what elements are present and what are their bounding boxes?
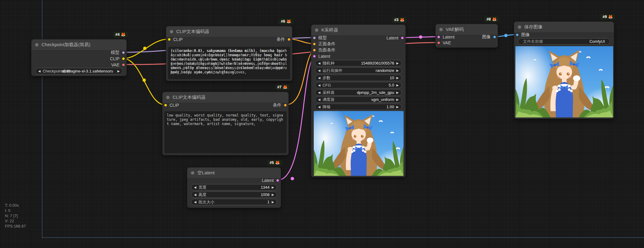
image-socket[interactable] (516, 33, 519, 36)
control-after-generate-widget[interactable]: ◀ 运行后操作 randomize ▶ (315, 67, 402, 74)
height-widget[interactable]: ◀ 高度 1008 ▶ (191, 191, 277, 198)
node-ksampler[interactable]: #3 🦊 K采样器 模型 正面条件 负面条件 Latent Latent ◀ 随… (311, 24, 406, 177)
prev-arrow-icon[interactable]: ◀ (318, 61, 320, 65)
node-save-image[interactable]: #9 🦊 保存图像 图像 文件名前缀 ComfyUI (514, 21, 614, 119)
input-slot-image[interactable]: 图像 (516, 32, 530, 38)
latent-socket[interactable] (437, 35, 440, 39)
prev-arrow-icon[interactable]: ◀ (194, 200, 196, 204)
input-slot-latent[interactable]: Latent (313, 53, 330, 59)
next-arrow-icon[interactable]: ▶ (396, 83, 399, 87)
positive-prompt-textarea[interactable]: (ciloranko:0.8), sakyumama (kedama milk)… (168, 47, 290, 79)
scheduler-widget[interactable]: ◀ 调度器 sgm_uniform ▶ (315, 96, 402, 103)
prompt-text-overlay: (ciloranko:0.8), sakyumama (kedama milk)… (171, 49, 288, 74)
batch-size-widget[interactable]: ◀ 批次大小 1 ▶ (191, 199, 277, 205)
node-clip-encode-positive[interactable]: #6 🦊 CLIP文本编码器 CLIP 条件 (ciloranko:0.8), … (166, 26, 292, 81)
node-header[interactable]: 空Latent (187, 168, 281, 179)
node-header[interactable]: VAE解码 (436, 24, 498, 35)
output-slot-vae[interactable]: VAE (111, 62, 125, 68)
sampler-name-widget[interactable]: ◀ 采样器 dpmpp_2m_sde_gpu ▶ (315, 89, 402, 96)
input-slot-vae[interactable]: VAE (437, 40, 451, 46)
next-arrow-icon[interactable]: ▶ (272, 200, 274, 204)
filename-prefix-widget[interactable]: 文件名前缀 ComfyUI (518, 38, 610, 45)
node-header[interactable]: CLIP文本编码器 (163, 92, 288, 103)
node-graph-canvas[interactable]: { "ui": { "badge_icon": "🦊" }, "colors":… (0, 0, 644, 248)
slot-label: VAE (443, 40, 451, 45)
node-clip-encode-negative[interactable]: #7 🦊 CLIP文本编码器 CLIP 条件 low quality, wors… (162, 92, 289, 155)
model-socket[interactable] (122, 51, 125, 54)
collapse-dot-icon[interactable] (35, 43, 38, 46)
conditioning-socket[interactable] (284, 104, 287, 107)
prev-arrow-icon[interactable]: ◀ (38, 69, 41, 73)
clip-socket[interactable] (122, 57, 125, 60)
collapse-dot-icon[interactable] (315, 28, 318, 32)
node-header[interactable]: K采样器 (311, 25, 405, 36)
next-arrow-icon[interactable]: ▶ (396, 98, 399, 101)
collapse-dot-icon[interactable] (518, 25, 521, 29)
widget-value: dpmpp_2m_sde_gpu (357, 90, 394, 95)
vae-socket[interactable] (122, 63, 125, 66)
conditioning-socket[interactable] (313, 43, 316, 46)
node-header[interactable]: Checkpoint加载器(简易) (31, 39, 126, 50)
collapse-dot-icon[interactable] (170, 30, 173, 33)
prev-arrow-icon[interactable]: ◀ (318, 105, 320, 109)
output-slot-latent[interactable]: Latent (262, 177, 279, 183)
latent-socket[interactable] (276, 179, 279, 182)
prev-arrow-icon[interactable]: ◀ (194, 193, 196, 196)
input-slot-positive[interactable]: 正面条件 (313, 41, 335, 47)
next-arrow-icon[interactable]: ▶ (396, 61, 399, 65)
output-slot-image[interactable]: 图像 (482, 34, 496, 40)
prev-arrow-icon[interactable]: ◀ (318, 83, 320, 87)
prev-arrow-icon[interactable]: ◀ (318, 91, 320, 94)
prev-arrow-icon[interactable]: ◀ (318, 76, 320, 80)
collapse-dot-icon[interactable] (166, 96, 170, 99)
next-arrow-icon[interactable]: ▶ (396, 91, 399, 94)
input-slot-latent[interactable]: Latent (437, 34, 455, 40)
cfg-widget[interactable]: ◀ CFG 5.0 ▶ (315, 82, 402, 88)
seed-widget[interactable]: ◀ 随机种 154892061005576 ▶ (315, 60, 402, 66)
clip-socket[interactable] (164, 104, 167, 107)
input-slot-negative[interactable]: 负面条件 (313, 47, 335, 53)
widget-value: 1344 (261, 185, 269, 190)
stat-time: T: 0.00s (5, 203, 26, 208)
checkpoint-name-widget[interactable]: ◀ Checkpoint名称 animagine-xl-3.1.safetens… (35, 68, 123, 74)
next-arrow-icon[interactable]: ▶ (396, 76, 399, 80)
steps-widget[interactable]: ◀ 步数 10 ▶ (315, 75, 402, 81)
node-empty-latent[interactable]: #5 🦊 空Latent Latent ◀ 宽度 1344 ▶ ◀ 高度 100… (187, 167, 281, 208)
next-arrow-icon[interactable]: ▶ (272, 193, 274, 196)
negative-prompt-textarea[interactable]: low quality, worst quality, normal quali… (164, 111, 287, 153)
slot-label: 模型 (111, 50, 119, 55)
denoise-widget[interactable]: ◀ 降噪 1.00 ▶ (315, 104, 402, 110)
model-socket[interactable] (313, 36, 316, 39)
prev-arrow-icon[interactable]: ◀ (318, 69, 320, 72)
vae-socket[interactable] (437, 41, 440, 44)
clip-socket[interactable] (168, 38, 171, 41)
widget-label: 降噪 (323, 104, 331, 110)
image-socket[interactable] (493, 35, 496, 39)
collapse-dot-icon[interactable] (191, 171, 194, 175)
prev-arrow-icon[interactable]: ◀ (318, 98, 320, 101)
input-slot-clip[interactable]: CLIP (164, 102, 179, 108)
width-widget[interactable]: ◀ 宽度 1344 ▶ (191, 184, 277, 191)
prev-arrow-icon[interactable]: ◀ (194, 186, 196, 189)
node-header[interactable]: CLIP文本编码器 (166, 26, 292, 37)
input-slot-model[interactable]: 模型 (313, 35, 327, 41)
latent-socket[interactable] (401, 36, 404, 39)
collapse-dot-icon[interactable] (439, 28, 443, 31)
node-checkpoint-loader[interactable]: #4 🦊 Checkpoint加载器(简易) 模型 CLIP VAE ◀ Che… (31, 39, 127, 76)
output-slot-latent[interactable]: Latent (386, 35, 404, 41)
next-arrow-icon[interactable]: ▶ (272, 186, 274, 189)
output-slot-conditioning[interactable]: 条件 (276, 36, 291, 43)
latent-socket[interactable] (313, 55, 316, 58)
conditioning-socket[interactable] (287, 38, 291, 41)
input-slot-clip[interactable]: CLIP (168, 36, 183, 43)
next-arrow-icon[interactable]: ▶ (396, 105, 399, 109)
output-slot-model[interactable]: 模型 (111, 50, 125, 56)
node-id: #9 (602, 15, 607, 19)
next-arrow-icon[interactable]: ▶ (396, 69, 399, 72)
output-slot-clip[interactable]: CLIP (110, 56, 125, 62)
node-vae-decode[interactable]: #8 🦊 VAE解码 Latent VAE 图像 (435, 24, 498, 48)
next-arrow-icon[interactable]: ▶ (117, 69, 120, 73)
node-header[interactable]: 保存图像 (514, 22, 614, 33)
conditioning-socket[interactable] (313, 49, 316, 52)
output-slot-conditioning[interactable]: 条件 (273, 102, 287, 108)
